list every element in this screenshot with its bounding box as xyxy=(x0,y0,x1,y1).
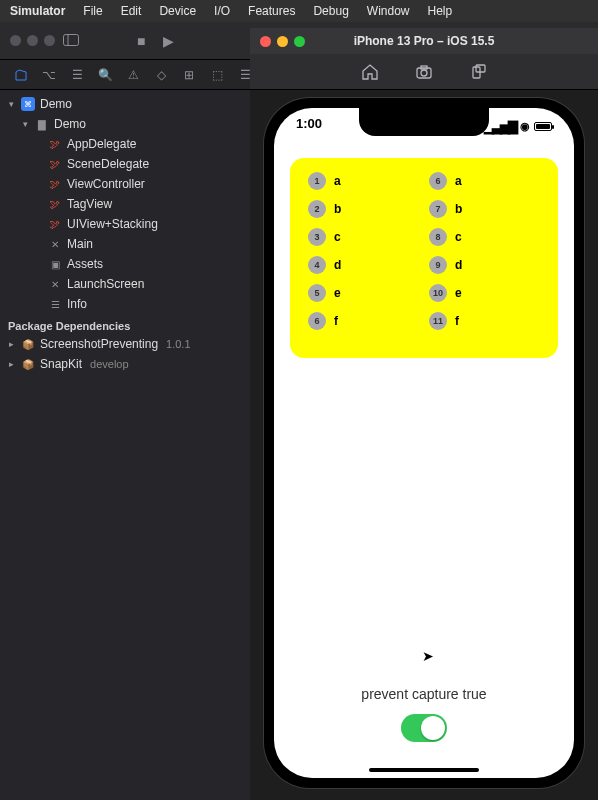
screenshot-button-icon[interactable] xyxy=(414,62,434,82)
project-root[interactable]: ▾ ⌘ Demo xyxy=(0,94,250,114)
debug-navigator-icon[interactable]: ⊞ xyxy=(182,68,196,82)
tag-item[interactable]: 9d xyxy=(429,256,540,274)
simulator-stage: 1:00 ▁▃▅▇ ◉ 1a2b3c4d5e6f 6a7b8c9d10e11f … xyxy=(250,90,598,798)
tag-item[interactable]: 1a xyxy=(308,172,419,190)
package-icon: 📦 xyxy=(21,357,35,371)
iphone-notch xyxy=(359,108,489,136)
file-name: LaunchScreen xyxy=(67,277,144,291)
prevent-capture-switch[interactable] xyxy=(401,714,447,742)
tag-number-badge: 9 xyxy=(429,256,447,274)
package-row[interactable]: ▸📦SnapKitdevelop xyxy=(0,354,250,374)
package-deps-header: Package Dependencies xyxy=(0,314,250,334)
menubar-app-name[interactable]: Simulator xyxy=(10,4,65,18)
group-name: Demo xyxy=(54,117,86,131)
chevron-down-icon: ▾ xyxy=(6,99,16,109)
tag-number-badge: 7 xyxy=(429,200,447,218)
menubar-item-features[interactable]: Features xyxy=(248,4,295,18)
tag-text: d xyxy=(334,258,341,272)
menubar-item-file[interactable]: File xyxy=(83,4,102,18)
storyboard-icon: ✕ xyxy=(48,277,62,291)
iphone-screen[interactable]: 1:00 ▁▃▅▇ ◉ 1a2b3c4d5e6f 6a7b8c9d10e11f … xyxy=(274,108,574,778)
tag-text: b xyxy=(334,202,341,216)
file-name: Info xyxy=(67,297,87,311)
menubar-item-help[interactable]: Help xyxy=(428,4,453,18)
tag-item[interactable]: 11f xyxy=(429,312,540,330)
chevron-right-icon: ▸ xyxy=(6,359,16,369)
project-navigator: ▾ ⌘ Demo ▾ ▇ Demo 🕊AppDelegate🕊SceneDele… xyxy=(0,90,250,800)
tag-number-badge: 8 xyxy=(429,228,447,246)
close-icon[interactable] xyxy=(260,36,271,47)
home-button-icon[interactable] xyxy=(360,62,380,82)
tag-number-badge: 2 xyxy=(308,200,326,218)
project-navigator-icon[interactable] xyxy=(14,68,28,82)
source-control-navigator-icon[interactable]: ⌥ xyxy=(42,68,56,82)
stop-button[interactable]: ■ xyxy=(137,33,145,49)
minimize-icon[interactable] xyxy=(277,36,288,47)
file-row[interactable]: ✕Main xyxy=(0,234,250,254)
file-name: TagView xyxy=(67,197,112,211)
tag-item[interactable]: 6f xyxy=(308,312,419,330)
test-navigator-icon[interactable]: ◇ xyxy=(154,68,168,82)
svg-rect-0 xyxy=(64,34,79,45)
tag-item[interactable]: 8c xyxy=(429,228,540,246)
menubar-item-io[interactable]: I/O xyxy=(214,4,230,18)
tag-text: d xyxy=(455,258,462,272)
simulator-title: iPhone 13 Pro – iOS 15.5 xyxy=(354,34,495,48)
tag-item[interactable]: 10e xyxy=(429,284,540,302)
tag-item[interactable]: 3c xyxy=(308,228,419,246)
package-version: 1.0.1 xyxy=(166,338,190,350)
tag-item[interactable]: 2b xyxy=(308,200,419,218)
menubar-item-device[interactable]: Device xyxy=(159,4,196,18)
swift-file-icon: 🕊 xyxy=(48,217,62,231)
file-row[interactable]: ▣Assets xyxy=(0,254,250,274)
sidebar-toggle-icon[interactable] xyxy=(63,33,79,49)
tag-text: a xyxy=(334,174,341,188)
tag-item[interactable]: 7b xyxy=(429,200,540,218)
tag-item[interactable]: 4d xyxy=(308,256,419,274)
menubar-item-edit[interactable]: Edit xyxy=(121,4,142,18)
simulator-traffic-lights[interactable] xyxy=(260,36,305,47)
project-name: Demo xyxy=(40,97,72,111)
plist-icon: ☰ xyxy=(48,297,62,311)
folder-icon: ▇ xyxy=(35,117,49,131)
tag-text: c xyxy=(455,230,462,244)
simulator-window: iPhone 13 Pro – iOS 15.5 1:00 ▁▃▅▇ ◉ xyxy=(250,28,598,798)
xcode-traffic-lights[interactable] xyxy=(10,35,55,46)
run-button[interactable]: ▶ xyxy=(163,33,174,49)
file-row[interactable]: ☰Info xyxy=(0,294,250,314)
file-row[interactable]: 🕊AppDelegate xyxy=(0,134,250,154)
tag-text: e xyxy=(455,286,462,300)
chevron-right-icon: ▸ xyxy=(6,339,16,349)
tag-text: e xyxy=(334,286,341,300)
simulator-toolbar xyxy=(250,54,598,90)
tag-text: b xyxy=(455,202,462,216)
symbol-navigator-icon[interactable]: ☰ xyxy=(70,68,84,82)
chevron-down-icon: ▾ xyxy=(20,119,30,129)
file-row[interactable]: ✕LaunchScreen xyxy=(0,274,250,294)
assets-icon: ▣ xyxy=(48,257,62,271)
rotate-button-icon[interactable] xyxy=(468,62,488,82)
menubar-item-window[interactable]: Window xyxy=(367,4,410,18)
menubar-item-debug[interactable]: Debug xyxy=(313,4,348,18)
file-row[interactable]: 🕊UIView+Stacking xyxy=(0,214,250,234)
tag-item[interactable]: 5e xyxy=(308,284,419,302)
package-name: ScreenshotPreventing xyxy=(40,337,158,351)
group-row[interactable]: ▾ ▇ Demo xyxy=(0,114,250,134)
tag-number-badge: 11 xyxy=(429,312,447,330)
home-indicator[interactable] xyxy=(369,768,479,772)
find-navigator-icon[interactable]: 🔍 xyxy=(98,68,112,82)
tag-number-badge: 4 xyxy=(308,256,326,274)
zoom-icon[interactable] xyxy=(294,36,305,47)
package-row[interactable]: ▸📦ScreenshotPreventing1.0.1 xyxy=(0,334,250,354)
swift-file-icon: 🕊 xyxy=(48,137,62,151)
file-name: UIView+Stacking xyxy=(67,217,158,231)
file-row[interactable]: 🕊SceneDelegate xyxy=(0,154,250,174)
tag-number-badge: 3 xyxy=(308,228,326,246)
issue-navigator-icon[interactable]: ⚠ xyxy=(126,68,140,82)
file-row[interactable]: 🕊ViewController xyxy=(0,174,250,194)
file-row[interactable]: 🕊TagView xyxy=(0,194,250,214)
battery-icon xyxy=(534,122,552,131)
breakpoint-navigator-icon[interactable]: ⬚ xyxy=(210,68,224,82)
tag-item[interactable]: 6a xyxy=(429,172,540,190)
package-name: SnapKit xyxy=(40,357,82,371)
